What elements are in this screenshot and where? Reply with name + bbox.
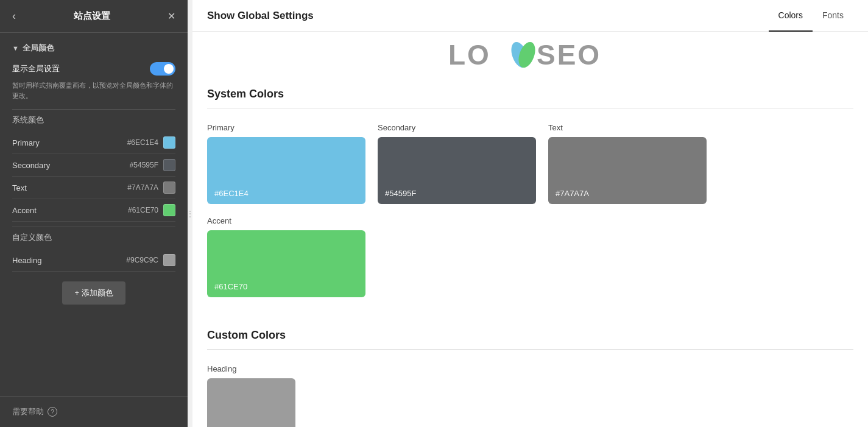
color-card-hex: #61CE70 — [214, 282, 247, 291]
global-colors-section: ▼ 全局颜色 显示全局设置 暂时用样式指南覆盖画布，以预览对全局颜色和字体的更改… — [0, 33, 188, 319]
tab-fonts[interactable]: Fonts — [813, 0, 853, 32]
color-card-label: Text — [548, 123, 707, 132]
logo-area: LO SEO — [192, 32, 868, 76]
sidebar-color-row[interactable]: Text #7A7A7A — [12, 177, 175, 199]
custom-colors-grid: Heading #9C9C9C — [207, 364, 853, 427]
top-bar: Show Global Settings Colors Fonts — [192, 0, 868, 32]
sidebar-color-row[interactable]: Accent #61CE70 — [12, 199, 175, 222]
system-colors-divider — [207, 108, 853, 108]
color-card-label: Primary — [207, 123, 365, 132]
help-icon[interactable]: ? — [48, 407, 57, 417]
color-card-hex: #6EC1E4 — [214, 189, 249, 198]
color-row-right: #6EC1E4 — [127, 136, 175, 149]
color-row-right: #7A7A7A — [127, 182, 175, 194]
custom-colors-subtitle: 自定义颜色 — [12, 232, 175, 243]
toggle-label: 显示全局设置 — [12, 63, 60, 74]
help-section: 需要帮助 ? — [0, 396, 188, 427]
toggle-row: 显示全局设置 — [12, 62, 175, 76]
color-label: Text — [12, 183, 27, 192]
sidebar-color-row[interactable]: Primary #6EC1E4 — [12, 132, 175, 154]
color-hex: #6EC1E4 — [127, 138, 158, 147]
color-label: Accent — [12, 206, 37, 215]
tab-colors[interactable]: Colors — [769, 0, 813, 32]
system-colors-heading: System Colors — [207, 76, 853, 108]
custom-colors-list: Heading #9C9C9C — [12, 249, 175, 272]
color-row-right: #54595F — [130, 159, 175, 171]
section-arrow-icon: ▼ — [12, 44, 19, 52]
content-area: System Colors Primary #6EC1E4 Secondary … — [192, 76, 868, 427]
color-swatch[interactable] — [163, 136, 175, 149]
logo-svg: LO SEO — [448, 38, 613, 72]
color-card: Accent #61CE70 — [207, 216, 365, 297]
color-label: Primary — [12, 138, 40, 147]
help-label: 需要帮助 — [12, 406, 44, 417]
add-color-button[interactable]: + 添加颜色 — [62, 281, 125, 305]
toggle-description: 暂时用样式指南覆盖画布，以预览对全局颜色和字体的更改。 — [12, 80, 175, 101]
color-card-swatch[interactable]: #9C9C9C — [207, 378, 295, 427]
color-card: Secondary #54595F — [378, 123, 536, 204]
color-row-right: #61CE70 — [128, 204, 175, 216]
color-card-label: Secondary — [378, 123, 536, 132]
color-hex: #9C9C9C — [126, 256, 158, 264]
custom-color-card: Heading #9C9C9C — [207, 364, 295, 427]
color-card-label: Accent — [207, 216, 365, 225]
back-button[interactable]: ‹ — [12, 10, 16, 23]
svg-text:LO: LO — [448, 39, 491, 71]
sidebar-title: 站点设置 — [74, 10, 110, 22]
color-label: Secondary — [12, 161, 50, 170]
section-divider-2 — [12, 227, 175, 227]
page-title: Show Global Settings — [207, 10, 314, 22]
color-swatch[interactable] — [163, 204, 175, 216]
system-colors-subtitle: 系统颜色 — [12, 115, 175, 125]
color-card-swatch[interactable]: #54595F — [378, 137, 536, 204]
color-hex: #54595F — [130, 161, 158, 169]
color-card-hex: #7A7A7A — [556, 189, 589, 198]
color-swatch[interactable] — [163, 182, 175, 194]
global-colors-title: ▼ 全局颜色 — [12, 43, 175, 54]
custom-colors-heading: Custom Colors — [207, 317, 853, 349]
color-hex: #61CE70 — [128, 206, 158, 214]
sidebar-custom-color-row[interactable]: Heading #9C9C9C — [12, 249, 175, 272]
system-colors-list: Primary #6EC1E4 Secondary #54595F Text #… — [12, 132, 175, 222]
color-row-right: #9C9C9C — [126, 254, 175, 266]
color-swatch[interactable] — [163, 254, 175, 266]
svg-text:SEO: SEO — [537, 39, 601, 71]
main-content: Show Global Settings Colors Fonts LO SEO… — [192, 0, 868, 427]
system-colors-grid: Primary #6EC1E4 Secondary #54595F Text #… — [207, 123, 853, 297]
color-card: Primary #6EC1E4 — [207, 123, 365, 204]
section-divider-1 — [12, 109, 175, 110]
color-card-hex: #54595F — [385, 189, 416, 198]
resize-handle[interactable] — [188, 0, 192, 427]
color-card-swatch[interactable]: #7A7A7A — [548, 137, 707, 204]
color-card-swatch[interactable]: #6EC1E4 — [207, 137, 365, 204]
sidebar-header: ‹ 站点设置 ✕ — [0, 0, 188, 33]
color-hex: #7A7A7A — [127, 183, 158, 192]
close-button[interactable]: ✕ — [168, 10, 175, 22]
global-settings-toggle[interactable] — [150, 62, 175, 76]
color-label: Heading — [12, 256, 41, 265]
color-card-swatch[interactable]: #61CE70 — [207, 230, 365, 297]
tab-bar: Colors Fonts — [769, 0, 853, 32]
color-card-label: Heading — [207, 364, 295, 373]
color-card: Text #7A7A7A — [548, 123, 707, 204]
custom-colors-divider — [207, 349, 853, 350]
sidebar: ‹ 站点设置 ✕ ▼ 全局颜色 显示全局设置 暂时用样式指南覆盖画布，以预览对全… — [0, 0, 188, 427]
sidebar-color-row[interactable]: Secondary #54595F — [12, 154, 175, 177]
color-swatch[interactable] — [163, 159, 175, 171]
